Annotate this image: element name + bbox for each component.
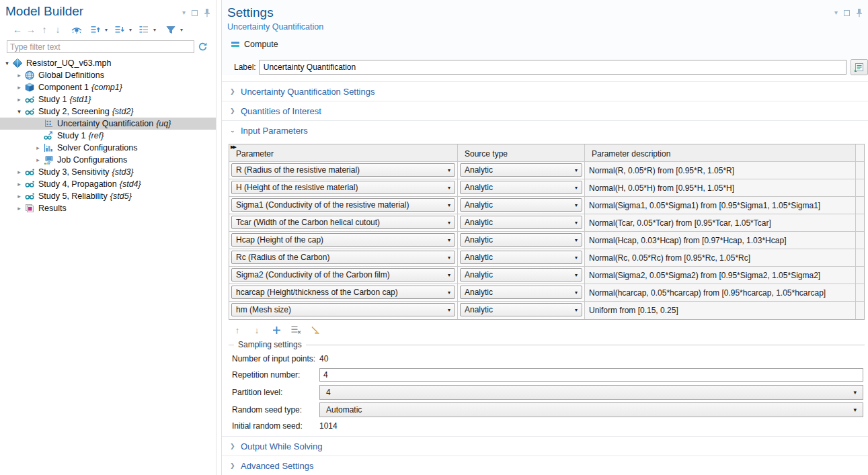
dropdown-caret-icon: ▾	[853, 389, 857, 396]
chevron-right-icon[interactable]: ▸	[15, 181, 24, 187]
model-tree-node-text-icon[interactable]	[137, 24, 151, 36]
add-icon[interactable]	[271, 325, 282, 335]
parameter-dropdown[interactable]: Sigma2 (Conductivity of of the Carbon fi…	[231, 268, 455, 282]
chevron-right-icon[interactable]: ▸	[15, 84, 24, 91]
chevron-right-icon[interactable]: ▸	[15, 169, 24, 175]
label-form-button[interactable]	[851, 59, 868, 75]
solver-configurations-icon	[43, 142, 54, 153]
tree-item-study-5-reliability[interactable]: ▸ Study 5, Reliability {std5}	[0, 190, 216, 202]
menu-caret-icon[interactable]: ▾	[182, 9, 186, 16]
back-icon[interactable]: ←	[11, 24, 24, 36]
panel-splitter[interactable]	[217, 0, 222, 475]
tree-item-study-2-screening[interactable]: ▾ Study 2, Screening {std2}	[0, 105, 216, 118]
tree-item-solver-configurations[interactable]: ▸ Solver Configurations	[0, 142, 216, 154]
section-header-input-parameters[interactable]: ⌄ Input Parameters	[222, 120, 868, 140]
forward-icon[interactable]: →	[24, 24, 38, 36]
tree-item-study-3-sensitivity[interactable]: ▸ Study 3, Sensitivity {std3}	[0, 166, 216, 178]
chevron-right-icon[interactable]: ▸	[15, 193, 24, 200]
chevron-right-icon[interactable]: ▸	[15, 96, 24, 103]
move-down-icon[interactable]: ↓	[51, 24, 65, 36]
dropdown-caret-icon: ▾	[572, 167, 578, 173]
chevron-right-icon[interactable]: ▸	[15, 205, 24, 212]
filter-input[interactable]	[7, 40, 194, 53]
source-type-dropdown[interactable]: Analytic▾	[460, 286, 582, 299]
float-window-icon[interactable]	[192, 10, 198, 16]
tree-item-global-definitions[interactable]: ▸ Global Definitions	[0, 69, 216, 81]
parameter-dropdown[interactable]: Sigma1 (Conductivity of of the resistive…	[231, 198, 455, 212]
table-row-source-cell: Analytic▾	[458, 232, 585, 249]
chevron-right-icon[interactable]: ▸	[15, 72, 24, 79]
source-type-dropdown[interactable]: Analytic▾	[460, 216, 582, 229]
dropdown-caret-icon: ▾	[445, 185, 450, 191]
parameter-dropdown[interactable]: H (Height of the resistive material)▾	[231, 181, 455, 194]
tree-item-root-file[interactable]: ▾ Resistor_UQ_v63.mph	[0, 57, 216, 69]
collapse-all-icon[interactable]	[89, 24, 102, 36]
tree-item-study-1[interactable]: ▸ Study 1 {std1}	[0, 93, 216, 105]
source-type-dropdown[interactable]: Analytic▾	[460, 251, 582, 264]
random-seed-type-select[interactable]: Automatic ▾	[319, 402, 863, 417]
source-type-dropdown[interactable]: Analytic▾	[460, 233, 582, 247]
filter-icon[interactable]	[164, 24, 177, 36]
show-icon[interactable]	[70, 24, 83, 36]
source-type-dropdown[interactable]: Analytic▾	[460, 198, 582, 212]
node-text-caret-icon[interactable]: ▾	[151, 24, 159, 36]
column-header-source-type[interactable]: Source type	[458, 144, 585, 162]
move-up-icon[interactable]: ↑	[38, 24, 51, 36]
move-down-icon[interactable]: ↓	[251, 325, 262, 335]
move-up-icon[interactable]: ↑	[232, 325, 243, 335]
expand-all-icon[interactable]	[113, 24, 126, 36]
repetition-number-input[interactable]	[319, 368, 863, 382]
dropdown-caret-icon: ▾	[572, 272, 578, 278]
dropdown-caret-icon: ▾	[445, 255, 450, 261]
clear-table-icon[interactable]	[290, 325, 301, 335]
float-window-icon[interactable]	[844, 10, 850, 16]
expand-all-caret-icon[interactable]: ▾	[126, 24, 134, 36]
source-type-dropdown[interactable]: Analytic▾	[460, 163, 582, 177]
chevron-down-icon[interactable]: ▾	[15, 108, 24, 115]
source-type-dropdown[interactable]: Analytic▾	[460, 303, 582, 316]
filter-caret-icon[interactable]: ▾	[177, 24, 186, 36]
source-type-dropdown[interactable]: Analytic▾	[460, 268, 582, 282]
column-header-parameter[interactable]: ▶▶ Parameter	[229, 144, 458, 162]
dropdown-caret-icon: ▾	[572, 307, 578, 313]
sampling-settings-group: Sampling settings	[229, 339, 865, 350]
section-header-quantities-of-interest[interactable]: ❯ Quantities of Interest	[222, 101, 868, 120]
dropdown-caret-icon: ▾	[572, 255, 578, 261]
parameter-dropdown[interactable]: hm (Mesh size)▾	[231, 303, 455, 316]
load-from-file-icon[interactable]	[310, 325, 321, 335]
parameter-dropdown[interactable]: hcarcap (Height/thickness of the Carbon …	[231, 286, 455, 299]
repetition-number-label: Repetition number:	[232, 370, 319, 380]
chevron-right-icon[interactable]: ▸	[34, 144, 42, 151]
parameter-dropdown[interactable]: Tcar (Width of the Carbon helical cutout…	[231, 216, 455, 229]
settings-subtitle: Uncertainty Quantification	[227, 22, 868, 32]
label-input[interactable]	[259, 60, 846, 75]
section-header-output-while-solving[interactable]: ❯ Output While Solving	[222, 436, 868, 456]
tree-item-study-4-propagation[interactable]: ▸ Study 4, Propagation {std4}	[0, 178, 216, 190]
chevron-down-icon[interactable]: ▾	[3, 60, 11, 67]
table-row-parameter-cell: hm (Mesh size)▾	[229, 302, 458, 319]
chevron-right-icon[interactable]: ▸	[34, 157, 42, 163]
tree-item-job-configurations[interactable]: ▸ Job Configurations	[0, 154, 216, 166]
section-header-uq-settings[interactable]: ❯ Uncertainty Quantification Settings	[222, 81, 868, 101]
dropdown-caret-icon: ▾	[572, 237, 578, 243]
tree-item-component-1[interactable]: ▸ Component 1 {comp1}	[0, 81, 216, 93]
pin-icon[interactable]	[204, 8, 210, 17]
partition-level-select[interactable]: 4 ▾	[319, 385, 863, 400]
menu-caret-icon[interactable]: ▾	[834, 9, 838, 16]
tree-item-study-1-ref[interactable]: Study 1 {ref}	[0, 130, 216, 142]
section-header-advanced-settings[interactable]: ❯ Advanced Settings	[222, 456, 868, 475]
tree-item-uncertainty-quantification[interactable]: Uncertainty Quantification {uq}	[0, 118, 216, 130]
parameter-dropdown[interactable]: R (Radius of the resistive material)▾	[231, 163, 455, 177]
compute-button[interactable]: Compute	[231, 38, 868, 51]
settings-panel: Settings ▾ Uncertainty Quantification Co…	[222, 0, 868, 475]
table-row-source-cell: Analytic▾	[458, 302, 585, 319]
tree-item-results[interactable]: ▸ Results	[0, 202, 216, 214]
refresh-icon[interactable]	[194, 40, 210, 53]
pin-icon[interactable]	[856, 8, 863, 17]
parameter-dropdown[interactable]: Rc (Radius of the Carbon)▾	[231, 251, 455, 264]
collapse-all-caret-icon[interactable]: ▾	[102, 24, 110, 36]
source-type-dropdown[interactable]: Analytic▾	[460, 181, 582, 194]
parameter-dropdown[interactable]: Hcap (Height of the cap)▾	[231, 233, 455, 247]
column-header-parameter-description[interactable]: Parameter description	[585, 144, 856, 162]
table-row-parameter-cell: H (Height of the resistive material)▾	[229, 179, 458, 197]
